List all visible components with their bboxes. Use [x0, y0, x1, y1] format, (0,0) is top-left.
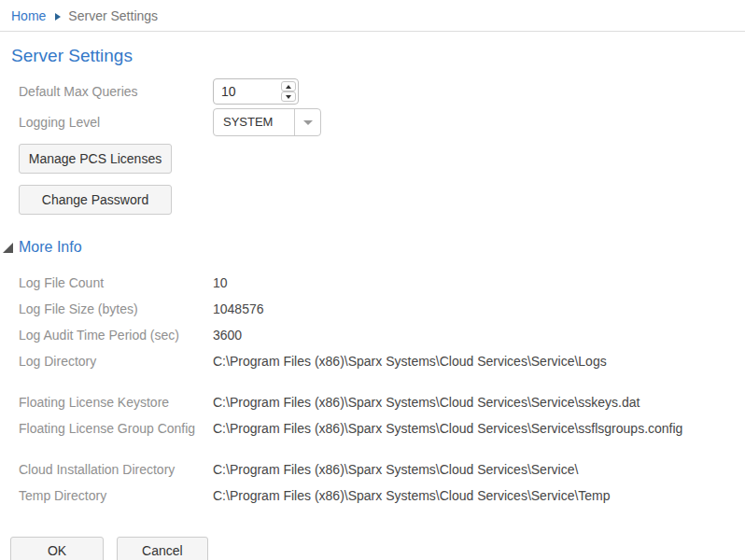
info-value: 1048576 — [213, 296, 264, 322]
footer-buttons: OK Cancel — [10, 537, 745, 560]
info-value: C:\Program Files (x86)\Sparx Systems\Clo… — [213, 348, 607, 374]
info-label: Cloud Installation Directory — [19, 456, 213, 483]
info-row-floating-license-group-config: Floating License Group Config C:\Program… — [11, 415, 745, 441]
info-value: 10 — [213, 270, 228, 296]
info-label: Log Directory — [19, 348, 213, 374]
page-title: Server Settings — [11, 46, 745, 66]
info-label: Temp Directory — [19, 483, 213, 509]
breadcrumb-separator-icon — [55, 13, 61, 21]
change-password-button[interactable]: Change Password — [19, 185, 172, 215]
info-value: C:\Program Files (x86)\Sparx Systems\Clo… — [213, 483, 611, 509]
more-info-title: More Info — [19, 239, 82, 256]
ok-button[interactable]: OK — [10, 537, 104, 560]
breadcrumb: Home Server Settings — [0, 0, 745, 32]
info-row-temp-directory: Temp Directory C:\Program Files (x86)\Sp… — [11, 483, 745, 509]
info-row-log-file-count: Log File Count 10 — [11, 270, 745, 296]
info-row-log-file-size: Log File Size (bytes) 1048576 — [11, 296, 745, 322]
cancel-button[interactable]: Cancel — [117, 537, 208, 560]
logging-level-label: Logging Level — [19, 115, 213, 130]
arrow-down-icon — [286, 95, 291, 99]
spinner-down-button[interactable] — [281, 91, 296, 102]
floating-license-group: Floating License Keystore C:\Program Fil… — [11, 389, 745, 441]
logging-level-selected-value: SYSTEM — [214, 109, 294, 135]
logging-level-select[interactable]: SYSTEM — [213, 108, 321, 136]
default-max-queries-row: Default Max Queries 10 — [11, 78, 745, 105]
breadcrumb-home-link[interactable]: Home — [11, 8, 46, 23]
main-content: Server Settings Default Max Queries 10 L… — [0, 46, 745, 560]
info-value: C:\Program Files (x86)\Sparx Systems\Clo… — [213, 456, 578, 483]
info-label: Log Audit Time Period (sec) — [19, 322, 213, 348]
installation-directories-group: Cloud Installation Directory C:\Program … — [11, 456, 745, 509]
spinner-up-button[interactable] — [281, 81, 296, 91]
server-settings-page: Home Server Settings Server Settings Def… — [0, 0, 745, 560]
info-label: Floating License Group Config — [19, 415, 213, 441]
info-label: Log File Count — [19, 270, 213, 296]
info-label: Log File Size (bytes) — [19, 296, 213, 322]
info-row-log-directory: Log Directory C:\Program Files (x86)\Spa… — [11, 348, 745, 374]
collapse-triangle-icon — [3, 243, 13, 253]
info-row-floating-license-keystore: Floating License Keystore C:\Program Fil… — [11, 389, 745, 415]
manage-pcs-licenses-button[interactable]: Manage PCS Licenses — [19, 144, 172, 174]
arrow-up-icon — [286, 85, 291, 89]
info-value: 3600 — [213, 322, 242, 348]
more-info-toggle[interactable]: More Info — [3, 239, 745, 256]
default-max-queries-input[interactable]: 10 — [213, 78, 299, 105]
log-settings-group: Log File Count 10 Log File Size (bytes) … — [11, 270, 745, 374]
info-value: C:\Program Files (x86)\Sparx Systems\Clo… — [213, 415, 682, 441]
info-label: Floating License Keystore — [19, 389, 213, 415]
logging-level-row: Logging Level SYSTEM — [11, 108, 745, 136]
info-value: C:\Program Files (x86)\Sparx Systems\Clo… — [213, 389, 640, 415]
dropdown-button[interactable] — [294, 109, 320, 135]
default-max-queries-label: Default Max Queries — [19, 84, 213, 99]
breadcrumb-current: Server Settings — [68, 8, 158, 23]
chevron-down-icon — [303, 120, 313, 125]
info-row-cloud-installation-directory: Cloud Installation Directory C:\Program … — [11, 456, 745, 483]
info-row-log-audit-period: Log Audit Time Period (sec) 3600 — [11, 322, 745, 348]
